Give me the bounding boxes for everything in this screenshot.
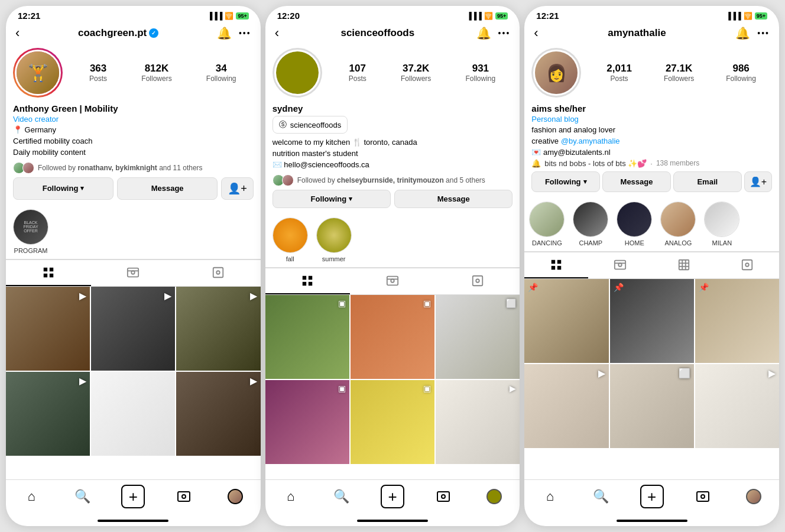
highlight-home[interactable]: HOME [617,202,652,246]
highlight-analog[interactable]: ANALOG [660,202,696,246]
nav-icons-2: 🔔 ••• [476,26,511,40]
grid-cell-1-6[interactable]: ▶ [176,372,260,456]
avatar-wrap-2[interactable] [273,48,322,98]
tab-grid-1[interactable] [6,260,91,286]
bell-icon-2[interactable]: 🔔 [476,26,491,40]
grid-cell-1-2[interactable]: ▶ [91,287,175,371]
search-nav-2[interactable]: 🔍 [330,485,353,508]
grid-cell-3-1[interactable]: 📌 [524,279,608,363]
bell-icon-3[interactable]: 🔔 [735,26,750,40]
grid-cell-2-3[interactable]: ⬜ [436,295,520,379]
tab-grid-3[interactable] [524,252,588,278]
home-indicator-1 [6,515,261,526]
grid-cell-2-1[interactable]: ▣ [265,295,349,379]
home-nav-3[interactable]: ⌂ [538,485,562,508]
svg-rect-26 [615,260,625,269]
grid-cell-3-6[interactable]: ▶ [695,364,779,448]
grid-cell-2-2[interactable]: ▣ [351,295,434,379]
subscription-icon: 🔔 [531,159,541,168]
search-nav-1[interactable]: 🔍 [70,485,94,508]
tab-reels-3[interactable] [588,252,652,278]
home-bar-1 [98,520,168,522]
tab-reels-1[interactable] [91,260,176,286]
stat-followers-2[interactable]: 37.2K Followers [401,63,431,83]
grid-cell-3-4[interactable]: ▶ [524,364,608,448]
highlight-dancing[interactable]: DANCING [529,202,565,246]
add-friend-button-1[interactable]: 👤+ [221,177,254,200]
stat-posts-1[interactable]: 363 Posts [89,63,107,83]
subscription-row[interactable]: 🔔 bits nd bobs - lots of bts ✨💕 · 138 me… [531,159,772,168]
highlight-program[interactable]: BLACK FRIDAY OFFER PROGRAM [13,209,48,254]
email-button-3[interactable]: Email [673,171,742,192]
tab-tagged-2[interactable] [435,268,520,294]
mention-1[interactable]: @by.amynathalie [561,136,620,147]
back-button-2[interactable]: ‹ [275,25,279,41]
stat-posts-3[interactable]: 2,011 Posts [606,63,632,83]
avatar-wrap-1[interactable]: 🏋 [13,48,63,98]
bottom-nav-1: ⌂ 🔍 + [6,479,261,515]
add-nav-1[interactable]: + [121,485,145,508]
bio-link-3[interactable]: Personal blog [531,115,772,124]
profile-nav-1[interactable] [223,485,247,508]
tab-collab-3[interactable] [652,252,716,278]
reels-nav-2[interactable] [432,485,455,508]
following-button-3[interactable]: Following ▾ [531,171,600,192]
svg-rect-24 [552,265,555,269]
reels-nav-3[interactable] [691,485,715,508]
following-button-1[interactable]: Following ▾ [13,177,113,200]
highlight-champ[interactable]: CHAMP [573,202,608,246]
message-button-3[interactable]: Message [602,171,671,192]
highlight-milan[interactable]: MILAN [704,202,739,246]
grid-cell-1-4[interactable]: ▶ [6,372,90,456]
highlight-fall[interactable]: fall [273,218,308,262]
bio-link-1[interactable]: Video creator [13,115,254,124]
grid-cell-1-1[interactable]: ▶ [6,287,90,371]
tab-tagged-1[interactable] [176,260,261,286]
stat-followers-1[interactable]: 812K Followers [141,63,171,83]
more-icon-1[interactable]: ••• [239,28,251,38]
stat-following-1[interactable]: 34 Following [206,63,236,83]
stat-followers-3[interactable]: 27.1K Followers [664,63,694,83]
threads-handle[interactable]: ⓢ scienceoffoods [273,116,348,134]
grid-cell-3-3[interactable]: 📌 [695,279,779,363]
message-button-1[interactable]: Message [117,177,218,200]
tab-grid-2[interactable] [265,268,351,294]
home-indicator-2 [265,515,520,526]
following-button-2[interactable]: Following ▾ [273,190,391,208]
home-nav-2[interactable]: ⌂ [279,485,303,508]
highlight-summer[interactable]: summer [316,218,352,262]
grid-cell-1-5[interactable] [91,372,175,456]
stat-following-2[interactable]: 931 Following [466,63,496,83]
avatar-wrap-3[interactable]: 👩 [531,48,581,98]
tab-reels-2[interactable] [350,268,435,294]
profile-stats-1: 363 Posts 812K Followers 34 Following [72,63,254,83]
grid-cell-2-4[interactable]: ▣ [265,380,349,464]
add-nav-2[interactable]: + [381,485,404,508]
bio-line-2-2: nutrition master's student [273,148,513,159]
hl-summer-img [317,218,351,252]
bio-line-3-1: fashion and analog lover [531,125,772,135]
add-friend-button-3[interactable]: 👤+ [744,171,772,192]
home-nav-1[interactable]: ⌂ [20,485,43,508]
grid-cell-2-5[interactable]: ▣ [351,380,434,464]
back-button-1[interactable]: ‹ [15,25,20,41]
bio-line-3-2: creative @by.amynathalie [531,136,772,147]
grid-cell-3-5[interactable]: ⬜ [610,364,694,448]
more-icon-3[interactable]: ••• [757,28,770,38]
highlight-circle-analog [660,202,696,237]
grid-cell-3-2[interactable]: 📌 [610,279,694,363]
profile-nav-3[interactable] [742,485,765,508]
bell-icon-1[interactable]: 🔔 [217,26,232,40]
tab-tagged-3[interactable] [715,252,779,278]
grid-cell-1-3[interactable]: ▶ [176,287,260,371]
grid-cell-2-6[interactable]: ▶ [436,380,520,464]
profile-nav-2[interactable] [482,485,506,508]
reels-nav-1[interactable] [172,485,196,508]
stat-posts-2[interactable]: 107 Posts [349,63,366,83]
more-icon-2[interactable]: ••• [498,28,511,38]
stat-following-3[interactable]: 986 Following [726,63,756,83]
back-button-3[interactable]: ‹ [534,25,538,41]
add-nav-3[interactable]: + [640,485,664,508]
search-nav-3[interactable]: 🔍 [589,485,613,508]
message-button-2[interactable]: Message [394,190,512,208]
